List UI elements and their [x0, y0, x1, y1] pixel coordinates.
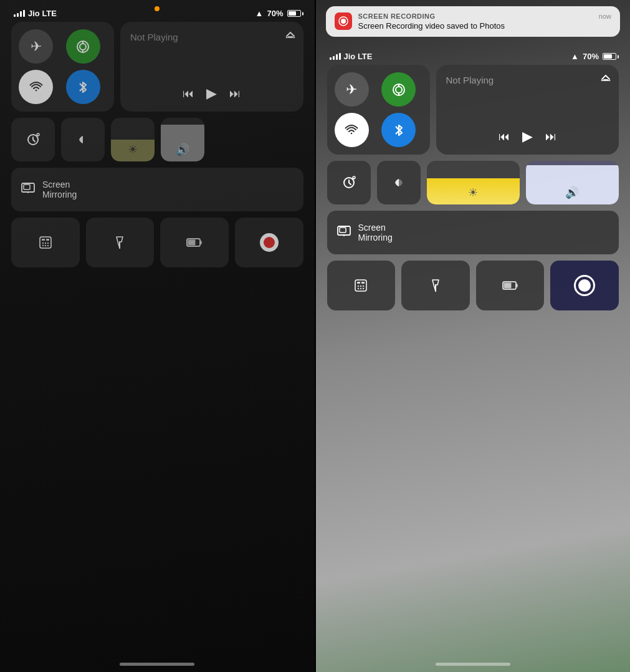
left-bluetooth-button[interactable] — [66, 70, 100, 104]
right-screen-mirroring-label: ScreenMirroring — [358, 223, 393, 242]
svg-point-45 — [363, 286, 364, 287]
svg-rect-32 — [603, 79, 608, 80]
right-top-row: ✈ — [327, 65, 619, 155]
svg-point-46 — [358, 288, 359, 289]
svg-rect-14 — [46, 239, 49, 241]
right-second-row: ☀ 🔊 — [327, 161, 619, 204]
left-play-button[interactable]: ▶ — [206, 85, 217, 102]
left-rotation-lock-button[interactable] — [11, 118, 55, 161]
left-screen-record-button[interactable] — [235, 218, 303, 267]
left-sliders-section: ☀ 🔊 — [11, 118, 303, 211]
left-brightness-icon: ☀ — [128, 143, 138, 156]
left-cellular-button[interactable] — [66, 29, 100, 64]
left-now-playing-text: Not Playing — [130, 32, 294, 42]
left-media-controls: ⏮ ▶ ⏭ — [130, 85, 294, 104]
svg-point-15 — [42, 242, 44, 244]
left-wifi-button[interactable] — [19, 70, 53, 104]
right-bottom-row — [327, 261, 619, 310]
right-battery-icon — [603, 53, 616, 60]
notif-header: SCREEN RECORDING now — [358, 12, 612, 20]
right-calculator-button[interactable] — [327, 261, 396, 310]
right-phone-panel: SCREEN RECORDING now Screen Recording vi… — [316, 0, 631, 672]
signal-bar-1 — [14, 14, 16, 17]
right-next-button[interactable]: ⏭ — [545, 130, 556, 143]
svg-point-16 — [45, 242, 46, 244]
right-flashlight-button[interactable] — [401, 261, 470, 310]
svg-point-7 — [37, 133, 39, 136]
svg-point-29 — [396, 87, 402, 93]
notif-icon — [335, 12, 352, 30]
right-airplay-icon[interactable] — [600, 71, 611, 85]
right-home-indicator[interactable] — [436, 663, 510, 666]
left-flashlight-button[interactable] — [86, 218, 155, 267]
svg-rect-52 — [504, 283, 511, 289]
left-battery-pct: 70% — [267, 9, 283, 18]
left-low-power-button[interactable] — [160, 218, 229, 267]
notif-app-name: SCREEN RECORDING — [358, 12, 436, 20]
signal-bar-4 — [23, 10, 25, 17]
svg-point-1 — [80, 44, 86, 50]
left-battery-fill — [289, 11, 297, 16]
left-prev-button[interactable]: ⏮ — [183, 87, 194, 100]
svg-rect-41 — [357, 282, 360, 284]
right-record-circle — [574, 275, 595, 296]
svg-point-18 — [42, 245, 44, 246]
right-status-left: Jio LTE — [330, 52, 373, 61]
svg-point-17 — [47, 242, 49, 244]
left-calculator-button[interactable] — [11, 218, 80, 267]
right-brightness-slider[interactable]: ☀ — [427, 161, 520, 204]
left-airplane-button[interactable]: ✈ — [19, 29, 53, 64]
svg-point-19 — [45, 245, 46, 246]
right-rotation-lock-button[interactable] — [327, 161, 371, 204]
r-signal-bar-1 — [330, 57, 332, 60]
right-volume-icon: 🔊 — [565, 186, 579, 199]
left-status-right: ▲ 70% — [255, 9, 301, 18]
right-media-controls: ⏮ ▶ ⏭ — [446, 128, 609, 147]
svg-rect-42 — [361, 282, 365, 284]
left-next-button[interactable]: ⏭ — [229, 87, 241, 100]
right-connectivity-block: ✈ — [327, 65, 430, 155]
left-volume-icon: 🔊 — [176, 143, 189, 156]
r-signal-bar-3 — [336, 54, 338, 60]
left-top-row: ✈ — [11, 22, 303, 112]
right-bluetooth-button[interactable] — [381, 113, 416, 147]
left-home-indicator[interactable] — [120, 663, 194, 666]
notif-message: Screen Recording video saved to Photos — [358, 21, 612, 31]
right-prev-button[interactable]: ⏮ — [499, 130, 510, 143]
right-battery-fill — [604, 54, 612, 59]
right-location-icon: ▲ — [571, 52, 579, 61]
left-brightness-slider[interactable]: ☀ — [111, 118, 155, 161]
svg-rect-24 — [188, 240, 196, 246]
left-screen-mirror-icon — [21, 183, 35, 197]
svg-rect-13 — [42, 239, 45, 241]
svg-point-44 — [360, 286, 361, 287]
left-right-side-controls: ☀ 🔊 — [11, 118, 303, 211]
right-control-center: ✈ — [316, 65, 631, 655]
right-now-playing-block: Not Playing ⏮ ▶ ⏭ — [436, 65, 619, 155]
right-cellular-button[interactable] — [381, 72, 416, 107]
right-low-power-button[interactable] — [476, 261, 545, 310]
svg-rect-5 — [285, 37, 295, 39]
left-do-not-disturb-button[interactable] — [61, 118, 105, 161]
right-airplane-button[interactable]: ✈ — [335, 72, 369, 107]
right-do-not-disturb-button[interactable] — [377, 161, 421, 204]
svg-rect-25 — [200, 241, 202, 244]
left-signal-bars — [14, 10, 25, 17]
left-screen-mirroring-label: ScreenMirroring — [42, 180, 77, 199]
right-play-button[interactable]: ▶ — [522, 128, 533, 145]
left-volume-slider[interactable]: 🔊 — [161, 118, 204, 161]
right-screen-mirroring-button[interactable]: ScreenMirroring — [327, 211, 619, 254]
left-screen-mirroring-button[interactable]: ScreenMirroring — [11, 168, 303, 211]
right-wifi-button[interactable] — [335, 113, 369, 147]
notification-banner[interactable]: SCREEN RECORDING now Screen Recording vi… — [326, 6, 621, 37]
left-connectivity-block: ✈ — [11, 22, 114, 112]
right-screen-record-button[interactable] — [550, 261, 619, 310]
left-bottom-row — [11, 218, 303, 267]
signal-bar-2 — [17, 13, 19, 17]
svg-point-27 — [341, 19, 346, 24]
svg-point-35 — [353, 176, 355, 179]
left-airplay-icon[interactable] — [285, 28, 296, 42]
svg-rect-53 — [516, 284, 518, 287]
right-volume-slider[interactable]: 🔊 — [526, 161, 619, 204]
left-phone-panel: Jio LTE ▲ 70% ✈ — [0, 0, 315, 672]
